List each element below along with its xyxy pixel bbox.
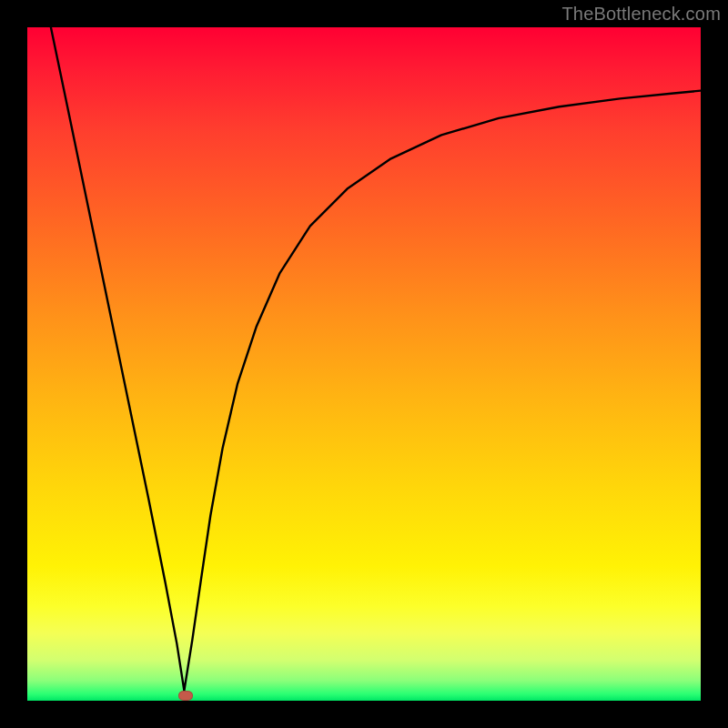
curve-svg xyxy=(27,27,701,701)
plot-area xyxy=(27,27,701,701)
watermark-text: TheBottleneck.com xyxy=(561,4,721,25)
chart-frame: TheBottleneck.com xyxy=(0,0,728,728)
minimum-marker xyxy=(178,691,193,701)
bottleneck-curve xyxy=(51,27,701,691)
